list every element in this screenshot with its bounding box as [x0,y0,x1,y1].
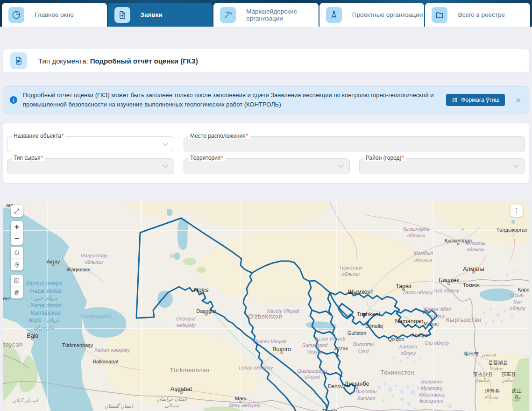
raw-material-type-select: Тип сырья* [7,158,174,174]
tab-label: Всего в реестре [458,11,505,18]
info-banner: i Подробный отчет оценки (ГКЗ) может быт… [3,86,529,113]
info-banner-text: Подробный отчет оценки (ГКЗ) может быть … [23,91,440,109]
doc-type-value: Подробный отчёт оценки (ГКЗ) [90,57,198,65]
fullscreen-button[interactable] [11,205,23,217]
tab-surveying-orgs[interactable]: Маркшейдерские организации [213,3,319,27]
location-pin-icon [14,262,20,268]
edit-geometry-button[interactable] [11,275,23,286]
field-label: Тип сырья* [12,155,45,161]
map-basemap [3,201,529,411]
tab-applications[interactable]: Заявки [108,3,213,27]
tab-label: Главное окно [35,11,74,18]
document-lines-icon [10,52,27,69]
district-city-select: Район (город)* [359,158,525,174]
field-label: Название объекта* [12,133,65,139]
location-input: Место расположения* [184,136,525,152]
chevron-down-icon [162,142,169,147]
add-marker-button[interactable] [11,258,23,270]
go-to-form-button[interactable]: Формага ўтиш [446,94,505,106]
chevron-down-icon [513,163,519,169]
zoom-out-button[interactable]: − [11,233,23,245]
tab-project-orgs[interactable]: Проектные организации [319,3,425,27]
polygon-icon [14,249,20,256]
tab-label: Маркшейдерские организации [246,8,319,22]
chevron-down-icon [162,163,169,169]
pie-chart-icon [8,7,24,23]
chevron-down-icon [338,163,344,169]
draw-control [11,247,23,270]
tab-strip: Главное окно Заявки Маркшейдерские орган… [2,3,530,27]
object-name-select[interactable]: Название объекта* [7,136,174,152]
drafting-compass-icon [326,7,342,23]
info-icon: i [10,96,17,104]
doc-type-label: Тип документа: [38,57,88,65]
folder-icon [432,7,447,23]
map-menu-button[interactable]: ⋮ [511,205,523,217]
field-label: Район (город)* [364,155,406,161]
document-type-panel: Тип документа: Подробный отчёт оценки (Г… [3,49,529,72]
close-icon[interactable]: ✕ [515,97,521,104]
edit-icon [14,277,20,284]
field-label: Территория* [188,155,225,161]
delete-geometry-button[interactable] [11,286,23,298]
tab-main-window[interactable]: Главное окно [2,3,107,27]
expand-icon [14,208,20,214]
field-label: Место расположения* [188,133,250,139]
zoom-control: + − [11,221,23,245]
external-link-icon [452,97,458,103]
fullscreen-control [11,205,23,217]
tab-label: Проектные организации [352,11,423,18]
territory-select: Территория* [184,158,350,174]
tab-label: Заявки [141,11,163,18]
zoom-in-button[interactable]: + [11,221,23,233]
draw-polygon-button[interactable] [11,247,23,258]
tab-registry-total[interactable]: Всего в реестре [425,3,530,27]
go-to-form-label: Формага ўтиш [461,97,500,103]
page-title: Тип документа: Подробный отчёт оценки (Г… [38,57,198,65]
map-canvas[interactable]: аньбентТалдықорғанҚызылорда облысыҚызыло… [3,201,529,411]
document-upload-icon [114,7,130,23]
top-navigation-bar: Главное окно Заявки Маркшейдерские орган… [0,0,532,27]
edit-control [11,275,23,298]
form-panel: Название объекта* Место расположения* Ти… [3,123,529,183]
trash-icon [14,290,20,296]
pickaxe-icon [220,7,236,23]
